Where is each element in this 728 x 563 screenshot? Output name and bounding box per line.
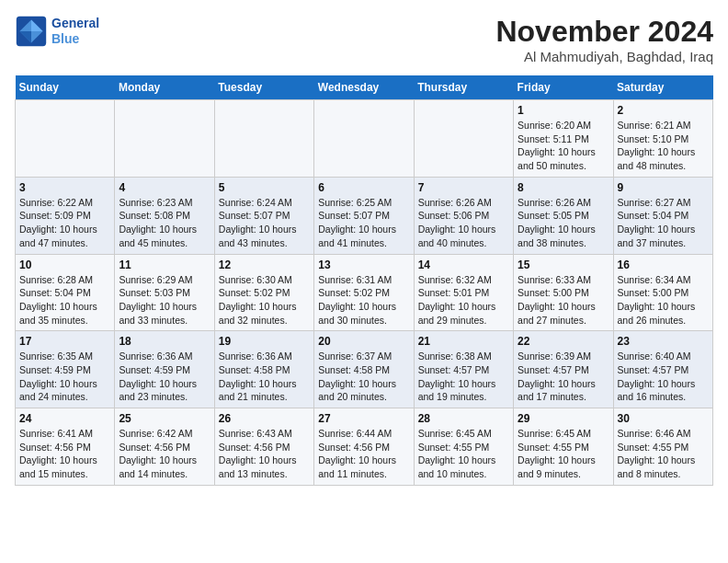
calendar-cell: 4Sunrise: 6:23 AM Sunset: 5:08 PM Daylig… <box>115 177 214 254</box>
day-info: Sunrise: 6:20 AM Sunset: 5:11 PM Dayligh… <box>518 119 609 173</box>
day-number: 29 <box>518 412 609 425</box>
calendar-cell: 9Sunrise: 6:27 AM Sunset: 5:04 PM Daylig… <box>613 177 712 254</box>
day-number: 23 <box>618 335 709 348</box>
calendar-cell: 25Sunrise: 6:42 AM Sunset: 4:56 PM Dayli… <box>115 408 214 486</box>
calendar-cell: 7Sunrise: 6:26 AM Sunset: 5:06 PM Daylig… <box>414 177 513 254</box>
day-info: Sunrise: 6:39 AM Sunset: 4:57 PM Dayligh… <box>518 350 609 404</box>
calendar-table: SundayMondayTuesdayWednesdayThursdayFrid… <box>15 75 713 486</box>
day-number: 16 <box>618 259 709 271</box>
day-number: 3 <box>19 181 110 194</box>
calendar-cell <box>414 100 513 178</box>
day-info: Sunrise: 6:28 AM Sunset: 5:04 PM Dayligh… <box>19 273 110 327</box>
calendar-cell: 3Sunrise: 6:22 AM Sunset: 5:09 PM Daylig… <box>16 177 115 254</box>
day-number: 10 <box>19 259 110 271</box>
day-number: 21 <box>418 335 509 348</box>
day-number: 17 <box>19 335 110 348</box>
day-info: Sunrise: 6:30 AM Sunset: 5:02 PM Dayligh… <box>219 273 310 327</box>
day-info: Sunrise: 6:29 AM Sunset: 5:03 PM Dayligh… <box>119 273 210 327</box>
day-number: 22 <box>518 335 609 348</box>
calendar-cell <box>314 100 414 178</box>
calendar-cell: 24Sunrise: 6:41 AM Sunset: 4:56 PM Dayli… <box>16 408 115 486</box>
logo-icon <box>15 15 48 48</box>
day-number: 26 <box>219 412 310 425</box>
calendar-cell: 26Sunrise: 6:43 AM Sunset: 4:56 PM Dayli… <box>214 408 313 486</box>
day-info: Sunrise: 6:31 AM Sunset: 5:02 PM Dayligh… <box>318 273 409 327</box>
calendar-cell <box>16 100 115 178</box>
weekday-header: Monday <box>115 75 214 100</box>
page-header: General Blue November 2024 Al Mahmudiyah… <box>15 15 713 64</box>
calendar-cell: 20Sunrise: 6:37 AM Sunset: 4:58 PM Dayli… <box>314 331 414 408</box>
day-info: Sunrise: 6:46 AM Sunset: 4:55 PM Dayligh… <box>618 427 709 481</box>
day-number: 30 <box>618 412 709 425</box>
day-number: 5 <box>219 181 310 194</box>
calendar-week-row: 17Sunrise: 6:35 AM Sunset: 4:59 PM Dayli… <box>16 331 713 408</box>
calendar-cell: 17Sunrise: 6:35 AM Sunset: 4:59 PM Dayli… <box>16 331 115 408</box>
day-number: 4 <box>119 181 210 194</box>
calendar-cell: 11Sunrise: 6:29 AM Sunset: 5:03 PM Dayli… <box>115 254 214 331</box>
weekday-header: Wednesday <box>314 75 414 100</box>
day-info: Sunrise: 6:24 AM Sunset: 5:07 PM Dayligh… <box>219 196 310 250</box>
day-number: 13 <box>318 259 409 271</box>
logo: General Blue <box>15 15 99 48</box>
day-number: 24 <box>19 412 110 425</box>
weekday-header: Thursday <box>414 75 513 100</box>
weekday-header: Friday <box>514 75 613 100</box>
day-info: Sunrise: 6:26 AM Sunset: 5:05 PM Dayligh… <box>518 196 609 250</box>
calendar-cell: 14Sunrise: 6:32 AM Sunset: 5:01 PM Dayli… <box>414 254 513 331</box>
day-number: 14 <box>418 259 509 271</box>
calendar-cell: 29Sunrise: 6:45 AM Sunset: 4:55 PM Dayli… <box>514 408 613 486</box>
day-info: Sunrise: 6:27 AM Sunset: 5:04 PM Dayligh… <box>618 196 709 250</box>
day-number: 18 <box>119 335 210 348</box>
calendar-cell: 10Sunrise: 6:28 AM Sunset: 5:04 PM Dayli… <box>16 254 115 331</box>
day-info: Sunrise: 6:36 AM Sunset: 4:58 PM Dayligh… <box>219 350 310 404</box>
day-info: Sunrise: 6:21 AM Sunset: 5:10 PM Dayligh… <box>618 119 709 173</box>
day-info: Sunrise: 6:36 AM Sunset: 4:59 PM Dayligh… <box>119 350 210 404</box>
month-title: November 2024 <box>495 15 713 49</box>
calendar-cell: 16Sunrise: 6:34 AM Sunset: 5:00 PM Dayli… <box>613 254 712 331</box>
calendar-week-row: 10Sunrise: 6:28 AM Sunset: 5:04 PM Dayli… <box>16 254 713 331</box>
weekday-header: Tuesday <box>214 75 313 100</box>
calendar-cell <box>214 100 313 178</box>
day-info: Sunrise: 6:26 AM Sunset: 5:06 PM Dayligh… <box>418 196 509 250</box>
day-info: Sunrise: 6:32 AM Sunset: 5:01 PM Dayligh… <box>418 273 509 327</box>
calendar-week-row: 3Sunrise: 6:22 AM Sunset: 5:09 PM Daylig… <box>16 177 713 254</box>
day-info: Sunrise: 6:23 AM Sunset: 5:08 PM Dayligh… <box>119 196 210 250</box>
day-info: Sunrise: 6:25 AM Sunset: 5:07 PM Dayligh… <box>318 196 409 250</box>
day-number: 12 <box>219 259 310 271</box>
calendar-week-row: 1Sunrise: 6:20 AM Sunset: 5:11 PM Daylig… <box>16 100 713 178</box>
day-info: Sunrise: 6:44 AM Sunset: 4:56 PM Dayligh… <box>318 427 409 481</box>
title-block: November 2024 Al Mahmudiyah, Baghdad, Ir… <box>495 15 713 64</box>
calendar-cell: 21Sunrise: 6:38 AM Sunset: 4:57 PM Dayli… <box>414 331 513 408</box>
day-number: 8 <box>518 181 609 194</box>
calendar-cell <box>115 100 214 178</box>
weekday-header: Sunday <box>16 75 115 100</box>
day-info: Sunrise: 6:35 AM Sunset: 4:59 PM Dayligh… <box>19 350 110 404</box>
calendar-cell: 13Sunrise: 6:31 AM Sunset: 5:02 PM Dayli… <box>314 254 414 331</box>
calendar-cell: 8Sunrise: 6:26 AM Sunset: 5:05 PM Daylig… <box>514 177 613 254</box>
day-number: 25 <box>119 412 210 425</box>
day-info: Sunrise: 6:33 AM Sunset: 5:00 PM Dayligh… <box>518 273 609 327</box>
day-info: Sunrise: 6:38 AM Sunset: 4:57 PM Dayligh… <box>418 350 509 404</box>
day-number: 27 <box>318 412 409 425</box>
day-number: 20 <box>318 335 409 348</box>
calendar-cell: 27Sunrise: 6:44 AM Sunset: 4:56 PM Dayli… <box>314 408 414 486</box>
day-number: 6 <box>318 181 409 194</box>
calendar-cell: 23Sunrise: 6:40 AM Sunset: 4:57 PM Dayli… <box>613 331 712 408</box>
day-number: 7 <box>418 181 509 194</box>
calendar-cell: 28Sunrise: 6:45 AM Sunset: 4:55 PM Dayli… <box>414 408 513 486</box>
day-info: Sunrise: 6:43 AM Sunset: 4:56 PM Dayligh… <box>219 427 310 481</box>
calendar-cell: 22Sunrise: 6:39 AM Sunset: 4:57 PM Dayli… <box>514 331 613 408</box>
calendar-cell: 12Sunrise: 6:30 AM Sunset: 5:02 PM Dayli… <box>214 254 313 331</box>
day-number: 19 <box>219 335 310 348</box>
calendar-cell: 1Sunrise: 6:20 AM Sunset: 5:11 PM Daylig… <box>514 100 613 178</box>
day-info: Sunrise: 6:22 AM Sunset: 5:09 PM Dayligh… <box>19 196 110 250</box>
calendar-cell: 6Sunrise: 6:25 AM Sunset: 5:07 PM Daylig… <box>314 177 414 254</box>
calendar-week-row: 24Sunrise: 6:41 AM Sunset: 4:56 PM Dayli… <box>16 408 713 486</box>
calendar-cell: 5Sunrise: 6:24 AM Sunset: 5:07 PM Daylig… <box>214 177 313 254</box>
logo-text: General Blue <box>51 16 99 47</box>
day-number: 11 <box>119 259 210 271</box>
day-info: Sunrise: 6:42 AM Sunset: 4:56 PM Dayligh… <box>119 427 210 481</box>
calendar-cell: 2Sunrise: 6:21 AM Sunset: 5:10 PM Daylig… <box>613 100 712 178</box>
day-info: Sunrise: 6:45 AM Sunset: 4:55 PM Dayligh… <box>518 427 609 481</box>
day-number: 2 <box>618 104 709 117</box>
